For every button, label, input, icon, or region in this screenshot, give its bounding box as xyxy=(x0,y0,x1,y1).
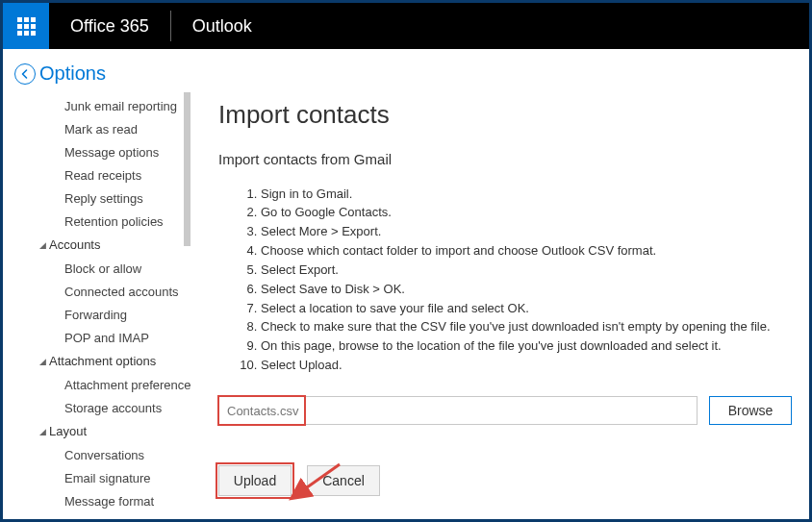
step-item: Select More > Export. xyxy=(261,223,792,242)
step-item: Select Export. xyxy=(261,261,792,280)
scrollbar-thumb[interactable] xyxy=(184,92,190,246)
step-item: Select a location to save your file and … xyxy=(261,299,792,318)
sidebar-item-block-or-allow[interactable]: Block or allow xyxy=(26,257,195,280)
sidebar-group-accounts[interactable]: Accounts xyxy=(26,233,195,257)
top-bar: Office 365 Outlook xyxy=(3,3,809,49)
sidebar-item-email-signature[interactable]: Email signature xyxy=(26,466,195,489)
sidebar-item-mark-as-read[interactable]: Mark as read xyxy=(26,117,195,140)
sidebar-item-pop-and-imap[interactable]: POP and IMAP xyxy=(26,326,195,349)
step-item: Select Upload. xyxy=(261,357,792,376)
caret-icon xyxy=(39,427,46,436)
app-launcher-button[interactable] xyxy=(3,3,49,49)
sidebar-item-message-list[interactable]: Message list xyxy=(26,512,195,522)
waffle-icon xyxy=(17,17,36,36)
settings-sidebar: Junk email reporting Mark as read Messag… xyxy=(3,92,195,522)
sidebar-item-conversations[interactable]: Conversations xyxy=(26,443,195,466)
sidebar-item-attachment-preference[interactable]: Attachment preference xyxy=(26,373,195,396)
back-icon[interactable] xyxy=(14,63,36,85)
action-row: Upload Cancel xyxy=(218,465,792,496)
upload-button[interactable]: Upload xyxy=(218,465,292,496)
sidebar-item-retention-policies[interactable]: Retention policies xyxy=(26,210,195,233)
sidebar-group-label: Attachment options xyxy=(49,354,156,368)
sidebar-group-label: Layout xyxy=(49,424,87,438)
step-item: Check to make sure that the CSV file you… xyxy=(261,318,792,337)
step-item: On this page, browse to the location of … xyxy=(261,337,792,357)
options-back-bar: Options xyxy=(3,49,809,92)
cancel-button[interactable]: Cancel xyxy=(307,465,380,496)
caret-icon xyxy=(39,240,46,250)
sidebar-item-junk-email-reporting[interactable]: Junk email reporting xyxy=(26,94,195,117)
step-item: Sign in to Gmail. xyxy=(261,185,792,204)
caret-icon xyxy=(39,357,46,366)
sidebar-group-label: Accounts xyxy=(49,237,100,252)
step-item: Select Save to Disk > OK. xyxy=(261,280,792,299)
sidebar-item-message-options[interactable]: Message options xyxy=(26,140,195,163)
instruction-steps: Sign in to Gmail. Go to Google Contacts.… xyxy=(261,185,792,375)
app-name[interactable]: Outlook xyxy=(171,3,273,49)
file-picker-row: Browse xyxy=(218,396,792,425)
sidebar-scrollbar[interactable]: ▲ ▼ xyxy=(184,92,191,522)
options-title[interactable]: Options xyxy=(39,62,106,85)
sidebar-group-layout[interactable]: Layout xyxy=(26,419,195,443)
sidebar-item-reply-settings[interactable]: Reply settings xyxy=(26,186,195,210)
page-subtitle: Import contacts from Gmail xyxy=(218,151,792,167)
sidebar-item-forwarding[interactable]: Forwarding xyxy=(26,303,195,326)
sidebar-group-attachment-options[interactable]: Attachment options xyxy=(26,349,195,373)
sidebar-item-storage-accounts[interactable]: Storage accounts xyxy=(26,396,195,419)
sidebar-item-read-receipts[interactable]: Read receipts xyxy=(26,163,195,186)
sidebar-item-connected-accounts[interactable]: Connected accounts xyxy=(26,280,195,303)
step-item: Choose which contact folder to import an… xyxy=(261,242,792,261)
page-title: Import contacts xyxy=(218,100,792,130)
main-panel: Import contacts Import contacts from Gma… xyxy=(195,92,809,522)
file-path-input[interactable] xyxy=(218,396,698,425)
browse-button[interactable]: Browse xyxy=(709,396,792,425)
sidebar-item-message-format[interactable]: Message format xyxy=(26,489,195,512)
suite-brand[interactable]: Office 365 xyxy=(49,3,170,49)
step-item: Go to Google Contacts. xyxy=(261,204,792,223)
